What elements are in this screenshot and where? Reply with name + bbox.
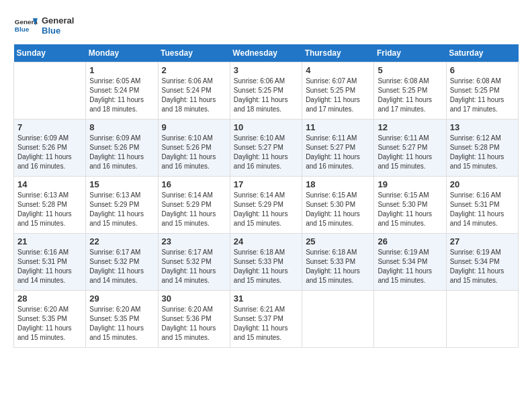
calendar-cell: 29 Sunrise: 6:20 AM Sunset: 5:35 PM Dayl… (86, 291, 158, 348)
day-info: Sunrise: 6:09 AM Sunset: 5:26 PM Dayligh… (89, 134, 154, 171)
calendar-cell: 11 Sunrise: 6:11 AM Sunset: 5:27 PM Dayl… (302, 120, 374, 177)
day-number: 8 (89, 122, 154, 132)
day-number: 27 (450, 236, 515, 246)
calendar-cell: 18 Sunrise: 6:15 AM Sunset: 5:30 PM Dayl… (302, 177, 374, 234)
day-number: 16 (162, 179, 226, 189)
column-header-friday: Friday (374, 44, 446, 62)
day-number: 30 (162, 293, 226, 304)
column-header-saturday: Saturday (446, 44, 518, 62)
day-info: Sunrise: 6:11 AM Sunset: 5:27 PM Dayligh… (378, 134, 442, 171)
day-info: Sunrise: 6:18 AM Sunset: 5:33 PM Dayligh… (306, 248, 370, 285)
logo-icon: General Blue (13, 13, 38, 38)
column-header-monday: Monday (86, 44, 158, 62)
calendar-cell (14, 62, 86, 120)
calendar-header-row: SundayMondayTuesdayWednesdayThursdayFrid… (14, 44, 519, 62)
day-info: Sunrise: 6:21 AM Sunset: 5:37 PM Dayligh… (234, 305, 298, 342)
day-number: 19 (378, 179, 442, 189)
day-number: 23 (162, 236, 226, 246)
calendar-week-row: 14 Sunrise: 6:13 AM Sunset: 5:28 PM Dayl… (14, 177, 519, 234)
calendar-cell (302, 291, 374, 348)
calendar-cell: 15 Sunrise: 6:13 AM Sunset: 5:29 PM Dayl… (86, 177, 158, 234)
day-info: Sunrise: 6:15 AM Sunset: 5:30 PM Dayligh… (378, 191, 442, 228)
day-number: 29 (89, 293, 154, 304)
calendar-cell: 31 Sunrise: 6:21 AM Sunset: 5:37 PM Dayl… (230, 291, 302, 348)
calendar-cell: 19 Sunrise: 6:15 AM Sunset: 5:30 PM Dayl… (374, 177, 446, 234)
column-header-thursday: Thursday (302, 44, 374, 62)
calendar-week-row: 21 Sunrise: 6:16 AM Sunset: 5:31 PM Dayl… (14, 234, 519, 291)
calendar-cell: 20 Sunrise: 6:16 AM Sunset: 5:31 PM Dayl… (446, 177, 518, 234)
calendar-cell: 28 Sunrise: 6:20 AM Sunset: 5:35 PM Dayl… (14, 291, 86, 348)
day-number: 24 (234, 236, 298, 246)
day-number: 21 (17, 236, 82, 246)
calendar-cell (446, 291, 518, 348)
day-info: Sunrise: 6:07 AM Sunset: 5:25 PM Dayligh… (306, 77, 370, 114)
calendar-week-row: 7 Sunrise: 6:09 AM Sunset: 5:26 PM Dayli… (14, 120, 519, 177)
day-info: Sunrise: 6:11 AM Sunset: 5:27 PM Dayligh… (306, 134, 370, 171)
day-info: Sunrise: 6:06 AM Sunset: 5:25 PM Dayligh… (234, 77, 298, 114)
day-info: Sunrise: 6:20 AM Sunset: 5:35 PM Dayligh… (89, 305, 154, 342)
day-info: Sunrise: 6:10 AM Sunset: 5:27 PM Dayligh… (234, 134, 298, 171)
day-info: Sunrise: 6:20 AM Sunset: 5:35 PM Dayligh… (17, 305, 82, 342)
calendar-cell: 2 Sunrise: 6:06 AM Sunset: 5:24 PM Dayli… (158, 62, 230, 120)
calendar-cell: 3 Sunrise: 6:06 AM Sunset: 5:25 PM Dayli… (230, 62, 302, 120)
calendar-cell: 9 Sunrise: 6:10 AM Sunset: 5:26 PM Dayli… (158, 120, 230, 177)
day-number: 26 (378, 236, 442, 246)
calendar-cell: 24 Sunrise: 6:18 AM Sunset: 5:33 PM Dayl… (230, 234, 302, 291)
day-number: 28 (17, 293, 82, 304)
calendar-cell: 26 Sunrise: 6:19 AM Sunset: 5:34 PM Dayl… (374, 234, 446, 291)
calendar-cell: 17 Sunrise: 6:14 AM Sunset: 5:29 PM Dayl… (230, 177, 302, 234)
day-number: 10 (234, 122, 298, 132)
calendar-cell: 7 Sunrise: 6:09 AM Sunset: 5:26 PM Dayli… (14, 120, 86, 177)
day-info: Sunrise: 6:15 AM Sunset: 5:30 PM Dayligh… (306, 191, 370, 228)
svg-text:Blue: Blue (15, 26, 30, 33)
day-info: Sunrise: 6:14 AM Sunset: 5:29 PM Dayligh… (234, 191, 298, 228)
day-info: Sunrise: 6:06 AM Sunset: 5:24 PM Dayligh… (162, 77, 226, 114)
calendar-cell: 14 Sunrise: 6:13 AM Sunset: 5:28 PM Dayl… (14, 177, 86, 234)
day-info: Sunrise: 6:13 AM Sunset: 5:28 PM Dayligh… (17, 191, 82, 228)
day-info: Sunrise: 6:17 AM Sunset: 5:32 PM Dayligh… (89, 248, 154, 285)
calendar-week-row: 28 Sunrise: 6:20 AM Sunset: 5:35 PM Dayl… (14, 291, 519, 348)
calendar-cell: 1 Sunrise: 6:05 AM Sunset: 5:24 PM Dayli… (86, 62, 158, 120)
day-info: Sunrise: 6:19 AM Sunset: 5:34 PM Dayligh… (450, 248, 515, 285)
calendar-cell: 4 Sunrise: 6:07 AM Sunset: 5:25 PM Dayli… (302, 62, 374, 120)
calendar-week-row: 1 Sunrise: 6:05 AM Sunset: 5:24 PM Dayli… (14, 62, 519, 120)
calendar-cell: 23 Sunrise: 6:17 AM Sunset: 5:32 PM Dayl… (158, 234, 230, 291)
day-info: Sunrise: 6:20 AM Sunset: 5:36 PM Dayligh… (162, 305, 226, 342)
calendar-cell: 10 Sunrise: 6:10 AM Sunset: 5:27 PM Dayl… (230, 120, 302, 177)
calendar-cell: 30 Sunrise: 6:20 AM Sunset: 5:36 PM Dayl… (158, 291, 230, 348)
day-info: Sunrise: 6:18 AM Sunset: 5:33 PM Dayligh… (234, 248, 298, 285)
calendar-cell: 8 Sunrise: 6:09 AM Sunset: 5:26 PM Dayli… (86, 120, 158, 177)
calendar-cell: 21 Sunrise: 6:16 AM Sunset: 5:31 PM Dayl… (14, 234, 86, 291)
calendar-cell: 12 Sunrise: 6:11 AM Sunset: 5:27 PM Dayl… (374, 120, 446, 177)
day-number: 5 (378, 65, 442, 75)
day-number: 12 (378, 122, 442, 132)
calendar-cell: 5 Sunrise: 6:08 AM Sunset: 5:25 PM Dayli… (374, 62, 446, 120)
calendar-cell: 27 Sunrise: 6:19 AM Sunset: 5:34 PM Dayl… (446, 234, 518, 291)
calendar-cell (374, 291, 446, 348)
day-number: 2 (162, 65, 226, 75)
day-number: 11 (306, 122, 370, 132)
day-info: Sunrise: 6:10 AM Sunset: 5:26 PM Dayligh… (162, 134, 226, 171)
day-number: 18 (306, 179, 370, 189)
day-info: Sunrise: 6:16 AM Sunset: 5:31 PM Dayligh… (17, 248, 82, 285)
column-header-wednesday: Wednesday (230, 44, 302, 62)
day-number: 20 (450, 179, 515, 189)
day-info: Sunrise: 6:08 AM Sunset: 5:25 PM Dayligh… (450, 77, 515, 114)
calendar-table: SundayMondayTuesdayWednesdayThursdayFrid… (13, 44, 519, 348)
calendar-cell: 22 Sunrise: 6:17 AM Sunset: 5:32 PM Dayl… (86, 234, 158, 291)
day-info: Sunrise: 6:05 AM Sunset: 5:24 PM Dayligh… (89, 77, 154, 114)
day-number: 3 (234, 65, 298, 75)
day-info: Sunrise: 6:12 AM Sunset: 5:28 PM Dayligh… (450, 134, 515, 171)
column-header-tuesday: Tuesday (158, 44, 230, 62)
day-number: 17 (234, 179, 298, 189)
day-number: 15 (89, 179, 154, 189)
day-number: 22 (89, 236, 154, 246)
day-number: 1 (89, 65, 154, 75)
day-number: 7 (17, 122, 82, 132)
calendar-cell: 13 Sunrise: 6:12 AM Sunset: 5:28 PM Dayl… (446, 120, 518, 177)
day-number: 31 (234, 293, 298, 304)
day-info: Sunrise: 6:13 AM Sunset: 5:29 PM Dayligh… (89, 191, 154, 228)
logo: General Blue General Blue (13, 13, 74, 38)
day-info: Sunrise: 6:17 AM Sunset: 5:32 PM Dayligh… (162, 248, 226, 285)
calendar-cell: 16 Sunrise: 6:14 AM Sunset: 5:29 PM Dayl… (158, 177, 230, 234)
